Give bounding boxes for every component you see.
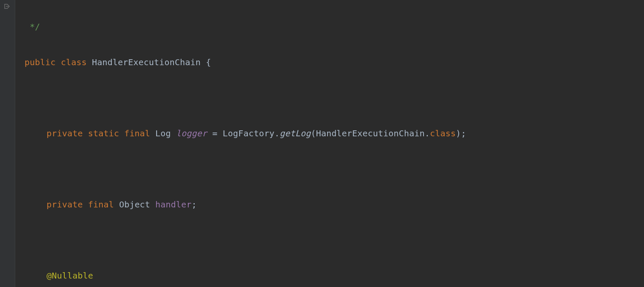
code-line: public class HandlerExecutionChain { [25, 53, 466, 71]
keyword-static: static [88, 128, 119, 138]
code-line: private static final Log logger = LogFac… [25, 124, 466, 142]
field-logger: logger [176, 128, 207, 138]
op-assign: = [207, 128, 223, 138]
gutter [0, 0, 15, 287]
code-line: */ [25, 18, 466, 36]
collapse-icon[interactable] [3, 3, 11, 10]
type-logfactory: LogFactory [223, 128, 274, 138]
code-editor[interactable]: */ public class HandlerExecutionChain { … [15, 0, 466, 287]
ref-class: HandlerExecutionChain [316, 128, 425, 138]
keyword-classref: class [430, 128, 456, 138]
keyword-class: class [61, 57, 87, 67]
keyword-private: private [47, 128, 83, 138]
code-line: @Nullable [25, 267, 466, 284]
type-log: Log [155, 128, 171, 138]
keyword-public: public [25, 57, 55, 67]
blank-line [25, 231, 466, 249]
type-object: Object [119, 199, 150, 210]
comment-close: */ [30, 22, 40, 32]
method-getlog: getLog [280, 128, 311, 138]
paren-close: ) [456, 128, 461, 138]
blank-line [25, 89, 466, 107]
paren-open: ( [311, 128, 316, 138]
code-line: private final Object handler; [25, 196, 466, 213]
blank-line [25, 160, 466, 178]
dot: . [275, 128, 280, 138]
semicolon: ; [192, 199, 197, 210]
dot: . [425, 128, 430, 138]
keyword-final: final [124, 128, 150, 138]
brace-open: { [206, 57, 211, 67]
keyword-final: final [88, 199, 114, 210]
keyword-private: private [47, 199, 83, 210]
annotation-nullable: @Nullable [47, 270, 93, 281]
semicolon: ; [461, 128, 466, 138]
field-handler: handler [155, 199, 192, 210]
class-name: HandlerExecutionChain [92, 57, 201, 67]
